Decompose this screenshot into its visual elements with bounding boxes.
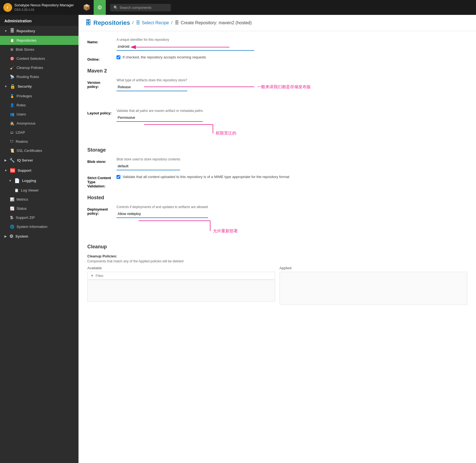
blob-store-select[interactable]: default	[117, 162, 180, 170]
sidebar-item-system-information[interactable]: 🌐 System Information	[0, 222, 79, 231]
users-icon: 👥	[10, 112, 14, 116]
sidebar-item-blob-stores-label: Blob Stores	[16, 47, 34, 52]
sidebar-item-metrics-label: Metrics	[17, 197, 28, 201]
sidebar-group-logging-label: Logging	[22, 179, 36, 183]
sidebar-item-content-selectors[interactable]: 🎯 Content Selectors	[0, 54, 79, 63]
sidebar-item-metrics[interactable]: 📊 Metrics	[0, 195, 79, 204]
sidebar-group-iq-server[interactable]: ▶ 🔧 IQ Server	[0, 155, 79, 165]
app-logo: r Sonatype Nexus Repository Manager OSS …	[3, 3, 74, 12]
form-field-name: A unique identifier for this repository	[117, 38, 467, 51]
sidebar-item-realms-label: Realms	[16, 139, 28, 144]
repositories-icon: 📋	[10, 38, 14, 42]
content-selectors-icon: 🎯	[10, 56, 14, 61]
strict-content-hint: Validate that all content uploaded to th…	[123, 175, 289, 179]
sidebar-item-ssl-certificates[interactable]: 📜 SSL Certificates	[0, 146, 79, 155]
chevron-down-icon: ▼	[4, 29, 7, 33]
layout-policy-select[interactable]: Permissive Strict	[117, 114, 203, 122]
privileges-icon: 🏅	[10, 94, 14, 98]
svg-text:一般来讲我们都是存储发布版: 一般来讲我们都是存储发布版	[257, 84, 311, 89]
sidebar-group-repository[interactable]: ▼ 🗄 Repository	[0, 26, 79, 36]
hosted-section-title: Hosted	[87, 195, 467, 201]
strict-content-checkbox[interactable]	[117, 175, 120, 179]
sidebar-item-support-zip[interactable]: 🗜 Support ZIP	[0, 213, 79, 222]
sidebar-group-system[interactable]: ▶ ⚙ System	[0, 231, 79, 241]
sidebar: Administration ▼ 🗄 Repository 📋 Reposito…	[0, 15, 79, 463]
roles-icon: 👤	[10, 103, 14, 107]
form-row-version-policy: Version policy: What type of artifacts d…	[87, 78, 467, 104]
blob-stores-icon: 🖥	[10, 47, 13, 52]
sidebar-group-support[interactable]: ▼ 🆘 Support	[0, 165, 79, 176]
form-label-strict-content: Strict Content Type Validation:	[87, 175, 112, 188]
cleanup-policies-icon: 🧹	[10, 66, 14, 70]
sidebar-item-roles[interactable]: 👤 Roles	[0, 101, 79, 110]
sidebar-item-ssl-certificates-label: SSL Certificates	[17, 149, 42, 153]
main-layout: Administration ▼ 🗄 Repository 📋 Reposito…	[0, 15, 476, 463]
svg-text:允许重新部署: 允许重新部署	[213, 228, 238, 233]
deployment-policy-select[interactable]: Allow redeploy Disable redeploy Read-onl…	[117, 210, 208, 218]
cleanup-applied-col: Applied	[280, 266, 467, 305]
cleanup-grid: Available ▼ Applied	[87, 266, 467, 305]
form-field-layout-policy: Validate that all paths are maven artifa…	[117, 109, 203, 122]
sidebar-group-iq-server-label: IQ Server	[17, 158, 33, 162]
admin-button[interactable]: ⚙	[94, 0, 106, 15]
sidebar-item-cleanup-policies[interactable]: 🧹 Cleanup Policies	[0, 63, 79, 72]
system-information-icon: 🌐	[10, 225, 14, 229]
cleanup-available-label: Available	[87, 266, 275, 270]
sidebar-group-support-label: Support	[18, 168, 31, 173]
breadcrumb-sep-1: /	[132, 20, 133, 25]
sidebar-item-blob-stores[interactable]: 🖥 Blob Stores	[0, 45, 79, 54]
form-row-online: Online: If checked, the repository accep…	[87, 55, 467, 61]
select-recipe-icon: 🗄	[136, 20, 140, 25]
browse-button[interactable]: 📦	[80, 0, 93, 15]
system-icon: ⚙	[9, 234, 13, 239]
available-items-box[interactable]	[87, 280, 275, 302]
form-row-strict-content: Strict Content Type Validation: Validate…	[87, 175, 467, 188]
logo-icon: r	[3, 3, 12, 12]
form-row-layout-policy: Layout policy: Validate that all paths a…	[87, 109, 467, 141]
sidebar-item-ldap-label: LDAP	[16, 130, 25, 134]
search-placeholder: Search components	[120, 6, 152, 10]
sidebar-item-privileges[interactable]: 🏅 Privileges	[0, 91, 79, 101]
form-row-blob-store: Blob store: Blob store used to store rep…	[87, 157, 467, 170]
applied-items-box[interactable]	[280, 272, 467, 305]
form-content: Name: A unique identifier for this repos…	[79, 31, 476, 463]
sidebar-item-repositories-label: Repositories	[17, 38, 36, 42]
online-checkbox-label: If checked, the repository accepts incom…	[123, 55, 206, 59]
sidebar-item-routing-rules[interactable]: 📡 Routing Rules	[0, 72, 79, 81]
content-area: 🗄 Repositories / 🗄 Select Recipe / 🗄 Cre…	[79, 15, 476, 463]
sidebar-item-privileges-label: Privileges	[17, 94, 32, 98]
cleanup-policies-subtitle: Cleanup Policies:	[87, 254, 467, 258]
sidebar-group-logging[interactable]: ▼ 📄 Logging	[0, 176, 79, 186]
form-field-strict-content: Validate that all content uploaded to th…	[117, 175, 467, 179]
app-title: Sonatype Nexus Repository Manager OSS 3.…	[14, 3, 74, 12]
filter-container: ▼	[87, 272, 275, 280]
chevron-down-icon: ▼	[4, 85, 7, 88]
breadcrumb-link-select-recipe[interactable]: 🗄 Select Recipe	[136, 20, 169, 25]
sidebar-item-status[interactable]: 📈 Status	[0, 204, 79, 213]
online-checkbox-row: If checked, the repository accepts incom…	[117, 55, 467, 59]
breadcrumb-current: 🗄 Create Repository: maven2 (hosted)	[175, 20, 252, 25]
topbar-nav: 📦 ⚙	[80, 0, 106, 15]
sidebar-item-users[interactable]: 👥 Users	[0, 110, 79, 119]
sidebar-group-security[interactable]: ▼ 🔒 Security	[0, 81, 79, 91]
form-field-deployment-policy: Controls if deployments of and updates t…	[117, 205, 208, 218]
chevron-right-icon: ▶	[4, 235, 7, 238]
form-hint-deployment-policy: Controls if deployments of and updates t…	[117, 205, 208, 209]
sidebar-item-support-zip-label: Support ZIP	[16, 216, 35, 220]
sidebar-item-system-information-label: System Information	[17, 225, 47, 229]
search-bar[interactable]: 🔍 Search components	[110, 4, 171, 11]
sidebar-item-anonymous[interactable]: 🕵 Anonymous	[0, 119, 79, 128]
sidebar-item-routing-rules-label: Routing Rules	[17, 75, 39, 79]
filter-input[interactable]	[96, 274, 272, 278]
form-label-blob-store: Blob store:	[87, 157, 112, 164]
online-checkbox[interactable]	[117, 55, 120, 59]
form-hint-version-policy: What type of artifacts does this reposit…	[117, 78, 187, 82]
sidebar-item-repositories[interactable]: 📋 Repositories	[0, 36, 79, 45]
sidebar-item-log-viewer[interactable]: 📋 Log Viewer	[0, 186, 79, 195]
sidebar-item-ldap[interactable]: 🗂 LDAP	[0, 128, 79, 137]
sidebar-item-realms[interactable]: 🛡 Realms	[0, 137, 79, 146]
log-viewer-icon: 📋	[14, 188, 19, 192]
cleanup-available-col: Available ▼	[87, 266, 275, 305]
maven2-section-title: Maven 2	[87, 68, 467, 74]
metrics-icon: 📊	[10, 197, 14, 201]
